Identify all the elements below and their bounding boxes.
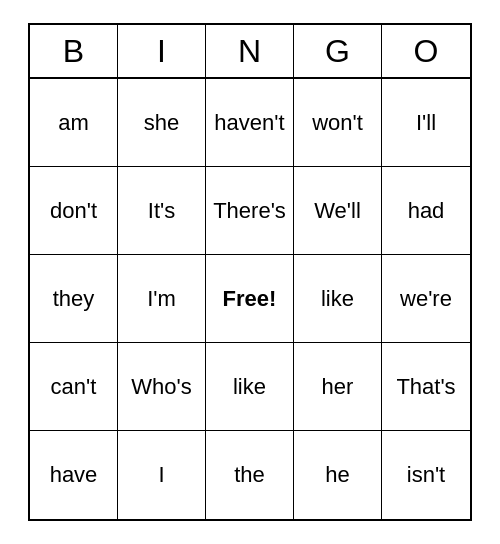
bingo-cell-r1-c1: It's xyxy=(118,167,206,255)
bingo-cell-r1-c2: There's xyxy=(206,167,294,255)
bingo-cell-r4-c3: he xyxy=(294,431,382,519)
bingo-cell-r0-c1: she xyxy=(118,79,206,167)
bingo-card: BINGO amshehaven'twon'tI'lldon'tIt'sTher… xyxy=(28,23,472,521)
bingo-cell-r4-c2: the xyxy=(206,431,294,519)
header-letter: N xyxy=(206,25,294,77)
bingo-cell-r4-c0: have xyxy=(30,431,118,519)
header-letter: B xyxy=(30,25,118,77)
bingo-cell-r2-c4: we're xyxy=(382,255,470,343)
bingo-cell-r1-c4: had xyxy=(382,167,470,255)
bingo-header: BINGO xyxy=(30,25,470,79)
bingo-cell-r0-c3: won't xyxy=(294,79,382,167)
header-letter: I xyxy=(118,25,206,77)
bingo-cell-r3-c4: That's xyxy=(382,343,470,431)
bingo-cell-r1-c0: don't xyxy=(30,167,118,255)
bingo-cell-r2-c3: like xyxy=(294,255,382,343)
header-letter: G xyxy=(294,25,382,77)
bingo-cell-r0-c4: I'll xyxy=(382,79,470,167)
bingo-cell-r0-c0: am xyxy=(30,79,118,167)
bingo-cell-r2-c2: Free! xyxy=(206,255,294,343)
bingo-cell-r3-c2: like xyxy=(206,343,294,431)
bingo-cell-r2-c0: they xyxy=(30,255,118,343)
bingo-grid: amshehaven'twon'tI'lldon'tIt'sThere'sWe'… xyxy=(30,79,470,519)
bingo-cell-r3-c3: her xyxy=(294,343,382,431)
bingo-cell-r1-c3: We'll xyxy=(294,167,382,255)
bingo-cell-r3-c0: can't xyxy=(30,343,118,431)
bingo-cell-r3-c1: Who's xyxy=(118,343,206,431)
bingo-cell-r4-c4: isn't xyxy=(382,431,470,519)
bingo-cell-r2-c1: I'm xyxy=(118,255,206,343)
bingo-cell-r4-c1: I xyxy=(118,431,206,519)
bingo-cell-r0-c2: haven't xyxy=(206,79,294,167)
header-letter: O xyxy=(382,25,470,77)
